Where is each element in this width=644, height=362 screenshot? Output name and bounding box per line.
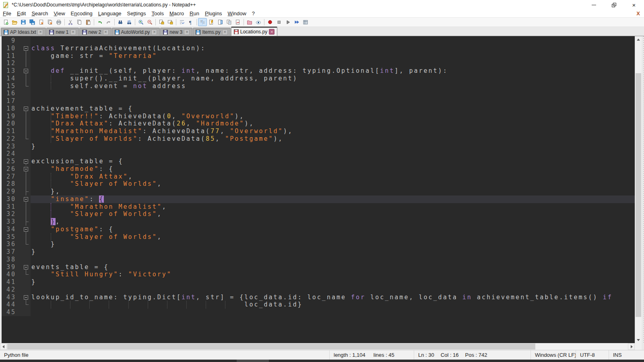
menu-macro[interactable]: Macro: [167, 10, 187, 16]
scroll-right-arrow-icon[interactable]: [628, 343, 635, 350]
code-line[interactable]: 33 },: [2, 218, 635, 226]
code-line[interactable]: 38: [2, 256, 635, 263]
code-line[interactable]: 21 "Marathon Medalist": AchieveData(77, …: [2, 128, 635, 135]
replace-icon[interactable]: ab: [125, 18, 134, 26]
function-list-icon[interactable]: [233, 18, 242, 26]
code-line[interactable]: 27 "Drax Attax",: [2, 173, 635, 181]
code-text[interactable]: "Slayer of Worlds": AchieveData(85, "Pos…: [31, 135, 635, 143]
vertical-scroll-thumb[interactable]: [636, 73, 641, 317]
code-text[interactable]: super().__init__(player, name, address, …: [31, 75, 635, 82]
code-line[interactable]: 29 },: [2, 188, 635, 195]
new-file-icon[interactable]: [1, 18, 10, 26]
tab-close-icon[interactable]: ×: [70, 29, 76, 35]
code-text[interactable]: exclusion_table = {: [31, 158, 635, 165]
horizontal-scroll-thumb[interactable]: [7, 343, 535, 350]
tab-close-icon[interactable]: ×: [37, 29, 43, 35]
code-line[interactable]: 37}: [2, 248, 635, 256]
document-map-icon[interactable]: [216, 18, 225, 26]
menu-encoding[interactable]: Encoding: [68, 10, 95, 16]
code-text[interactable]: },: [31, 218, 635, 226]
line-number[interactable]: 39: [2, 263, 19, 271]
menu-run[interactable]: Run: [187, 10, 202, 16]
code-line[interactable]: 12: [2, 60, 635, 67]
code-line[interactable]: 45: [2, 309, 635, 316]
tab-new-2[interactable]: new 2×: [79, 28, 111, 36]
save-icon[interactable]: [19, 18, 28, 26]
code-line[interactable]: 19 "Timber!!": AchieveData(0, "Overworld…: [2, 113, 635, 120]
code-text[interactable]: [31, 37, 635, 45]
code-line[interactable]: 34 "postgame": {: [2, 226, 635, 233]
code-text[interactable]: loc_data.id}: [31, 301, 635, 309]
code-text[interactable]: [31, 309, 635, 316]
status-encoding[interactable]: UTF-8: [576, 350, 609, 360]
code-line[interactable]: 26 "hardmode": {: [2, 165, 635, 173]
zoom-out-icon[interactable]: [145, 18, 154, 26]
close-document-x-button[interactable]: X: [636, 10, 640, 16]
code-text[interactable]: "Drax Attax": AchieveData(26, "Hardmode"…: [31, 120, 635, 128]
line-number[interactable]: 37: [2, 248, 19, 256]
line-number[interactable]: 10: [2, 45, 19, 52]
code-text[interactable]: [31, 90, 635, 97]
scroll-left-arrow-icon[interactable]: [0, 343, 7, 350]
code-text[interactable]: events_table = {: [31, 263, 635, 271]
line-number[interactable]: 20: [2, 120, 19, 128]
fold-collapse-icon[interactable]: [24, 107, 28, 111]
line-number[interactable]: 36: [2, 241, 19, 248]
fold-collapse-icon[interactable]: [24, 227, 28, 232]
tab-items-py[interactable]: Items.py×: [193, 28, 230, 36]
macro-record-icon[interactable]: [266, 18, 275, 26]
macro-run-multiple-icon[interactable]: [292, 18, 301, 26]
fold-collapse-icon[interactable]: [24, 295, 28, 300]
fold-collapse-icon[interactable]: [24, 159, 28, 164]
line-number[interactable]: 31: [2, 203, 19, 211]
code-text[interactable]: "Drax Attax",: [31, 173, 635, 181]
tab-close-icon[interactable]: ×: [269, 29, 275, 35]
code-text[interactable]: }: [31, 278, 635, 286]
code-text[interactable]: def __init__(self, player: int, name: st…: [31, 67, 635, 75]
line-number[interactable]: 42: [2, 286, 19, 294]
fold-collapse-icon[interactable]: [24, 167, 28, 171]
code-text[interactable]: [31, 286, 635, 294]
code-text[interactable]: lookup_id_to_name: typing.Dict[int, str]…: [31, 294, 635, 301]
code-text[interactable]: [31, 256, 635, 263]
scroll-up-arrow-icon[interactable]: [635, 36, 642, 43]
macro-stop-icon[interactable]: [275, 18, 283, 26]
paste-icon[interactable]: [84, 18, 93, 26]
horizontal-scrollbar[interactable]: [0, 343, 635, 350]
code-line[interactable]: 24: [2, 150, 635, 158]
line-number[interactable]: 32: [2, 210, 19, 218]
code-text[interactable]: [31, 97, 635, 105]
line-number[interactable]: 27: [2, 173, 19, 181]
undo-icon[interactable]: [95, 18, 104, 26]
code-text[interactable]: "Slayer of Worlds",: [31, 180, 635, 188]
scroll-down-arrow-icon[interactable]: [635, 336, 642, 343]
code-text[interactable]: }: [31, 241, 635, 248]
line-number[interactable]: 45: [2, 309, 19, 316]
line-number[interactable]: 21: [2, 128, 19, 135]
code-text[interactable]: "insane": {: [31, 195, 635, 203]
save-all-icon[interactable]: [28, 18, 37, 26]
code-line[interactable]: 31 "Marathon Medalist",: [2, 203, 635, 211]
document-list-icon[interactable]: [225, 18, 233, 26]
line-number[interactable]: 19: [2, 113, 19, 120]
code-line[interactable]: 20 "Drax Attax": AchieveData(26, "Hardmo…: [2, 120, 635, 128]
line-number[interactable]: 34: [2, 226, 19, 233]
line-number[interactable]: 17: [2, 97, 19, 105]
code-line[interactable]: 36 }: [2, 241, 635, 248]
close-all-icon[interactable]: [45, 18, 54, 26]
sync-scroll-vertical-icon[interactable]: [157, 18, 166, 26]
status-eol-format[interactable]: Windows (CR LF): [530, 350, 576, 360]
code-line[interactable]: 23}: [2, 143, 635, 150]
line-number[interactable]: 40: [2, 271, 19, 278]
line-number[interactable]: 38: [2, 256, 19, 263]
code-text[interactable]: [31, 150, 635, 158]
code-line[interactable]: 18achievement_table = {: [2, 105, 635, 113]
status-insert-mode[interactable]: INS: [609, 350, 644, 360]
menu-plugins[interactable]: Plugins: [202, 10, 225, 16]
code-line[interactable]: 39events_table = {: [2, 263, 635, 271]
code-text[interactable]: }: [31, 248, 635, 256]
code-text[interactable]: game: str = "Terraria": [31, 52, 635, 60]
code-line[interactable]: 43lookup_id_to_name: typing.Dict[int, st…: [2, 294, 635, 301]
menu-file[interactable]: File: [0, 10, 14, 16]
horizontal-scroll-track[interactable]: [7, 343, 628, 350]
